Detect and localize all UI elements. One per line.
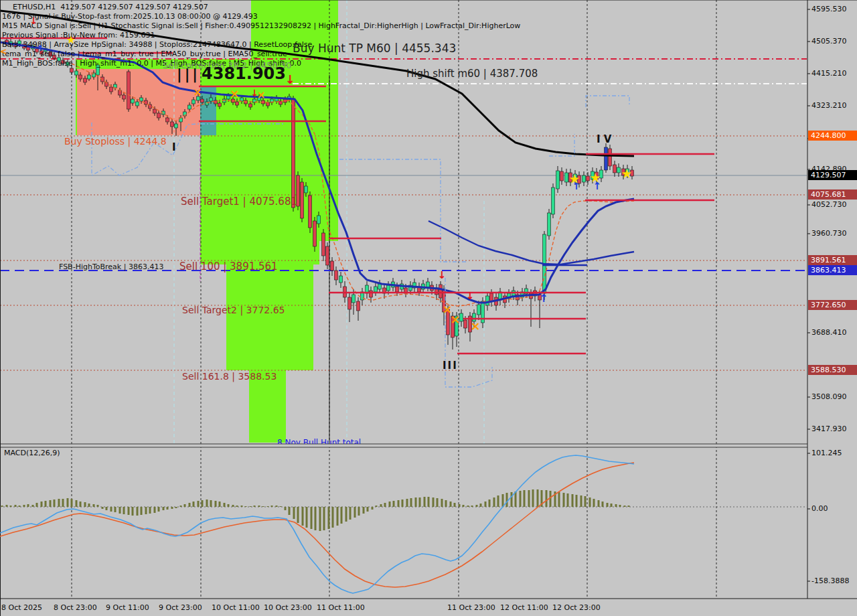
macd-hist-bar bbox=[437, 498, 439, 507]
candle bbox=[84, 78, 87, 82]
macd-hist-bar bbox=[267, 506, 269, 507]
macd-hist-bar bbox=[520, 491, 522, 507]
buy-hunt-tp-label: Buy Hunt TP M60 | 4455.343 bbox=[293, 43, 456, 55]
macd-hist-bar bbox=[585, 496, 587, 507]
candle bbox=[396, 287, 399, 292]
macd-hist-bar bbox=[215, 501, 217, 507]
zone-green bbox=[200, 135, 338, 241]
price-tick: 4052.730 bbox=[811, 200, 847, 209]
candle bbox=[582, 175, 586, 182]
macd-hist-bar bbox=[467, 506, 469, 507]
macd-hist-bar bbox=[167, 507, 169, 510]
price-badge: 3588.530 bbox=[808, 365, 857, 375]
time-label[interactable]: 12 Oct 23:00 bbox=[552, 603, 601, 612]
macd-hist-bar bbox=[433, 497, 435, 507]
candle bbox=[556, 171, 560, 189]
candle bbox=[292, 99, 295, 208]
candle bbox=[552, 187, 555, 214]
macd-hist-bar bbox=[419, 497, 421, 507]
macd-hist-bar bbox=[311, 507, 313, 529]
marker-down-arrow: ↓ bbox=[29, 16, 37, 25]
macd-hist-bar bbox=[441, 499, 443, 507]
macd-hist-bar bbox=[202, 500, 204, 507]
time-label[interactable]: 8 Oct 23:00 bbox=[54, 603, 97, 612]
macd-hist-bar bbox=[532, 489, 534, 507]
candle bbox=[110, 87, 113, 92]
macd-hist-bar bbox=[332, 507, 334, 528]
candle bbox=[486, 296, 489, 305]
time-label[interactable]: 8 Oct 2025 bbox=[1, 603, 42, 612]
macd-hist-bar bbox=[398, 500, 400, 507]
candle bbox=[166, 118, 169, 122]
time-label[interactable]: 10 Oct 23:00 bbox=[264, 603, 312, 612]
candle bbox=[201, 99, 204, 102]
marker-star: ★ bbox=[66, 35, 76, 46]
macd-hist-bar bbox=[376, 506, 378, 507]
macd-hist-bar bbox=[354, 507, 356, 518]
macd-hist-bar bbox=[276, 506, 278, 507]
macd-hist-bar bbox=[511, 492, 513, 507]
macd-hist-bar bbox=[428, 497, 430, 507]
macd-hist-bar bbox=[576, 495, 578, 507]
price-tick: 4595.530 bbox=[811, 5, 847, 13]
macd-hist-bar bbox=[358, 507, 360, 516]
macd-hist-bar bbox=[6, 505, 8, 507]
candle bbox=[387, 285, 390, 291]
candle bbox=[301, 182, 304, 218]
macd-scale-label: -158.3888 bbox=[811, 576, 849, 585]
macd-hist-bar bbox=[345, 507, 347, 522]
macd-hist-bar bbox=[258, 506, 260, 507]
macd-scale-label: 101.245 bbox=[811, 449, 842, 457]
time-label[interactable]: 11 Oct 23:00 bbox=[447, 603, 495, 612]
candle bbox=[613, 165, 617, 173]
time-label[interactable]: 12 Oct 11:00 bbox=[500, 603, 548, 612]
time-label[interactable]: 11 Oct 11:00 bbox=[317, 603, 365, 612]
macd-hist-bar bbox=[580, 495, 582, 507]
marker-i: I bbox=[172, 143, 176, 153]
price-badge: 4075.681 bbox=[808, 189, 857, 200]
marker-cross: × bbox=[450, 313, 460, 325]
macd-hist-bar bbox=[123, 507, 125, 514]
macd-hist-bar bbox=[328, 507, 330, 529]
macd-hist-bar bbox=[132, 507, 134, 516]
macd-hist-bar bbox=[163, 507, 165, 510]
partial-blue-note: 8 Nov Bull Hunt total bbox=[277, 439, 361, 444]
macd-hist-bar bbox=[36, 503, 38, 507]
macd-hist-bar bbox=[459, 504, 461, 507]
macd-hist-bar bbox=[611, 504, 613, 507]
macd-hist-bar bbox=[93, 504, 95, 507]
marker-down-arrow: ↓ bbox=[466, 291, 475, 301]
macd-hist-bar bbox=[550, 491, 552, 507]
macd-hist-bar bbox=[285, 507, 287, 510]
info-line-6: tema_m1_sell: false | tema_m1_buy: true … bbox=[2, 50, 287, 58]
macd-hist-bar bbox=[171, 507, 173, 509]
macd-hist-bar bbox=[145, 507, 147, 514]
macd-hist-bar bbox=[558, 492, 560, 507]
info-line-2: 1676 | Signal is Buy-Stop-fast from:2025… bbox=[2, 12, 258, 21]
marker-down-arrow: ↓ bbox=[438, 271, 447, 281]
macd-hist-bar bbox=[224, 503, 226, 507]
chart-canvas[interactable] bbox=[0, 0, 857, 616]
time-label[interactable]: 9 Oct 23:00 bbox=[159, 603, 202, 612]
macd-hist-bar bbox=[97, 505, 99, 507]
macd-hist-bar bbox=[567, 493, 569, 507]
time-label[interactable]: 9 Oct 11:00 bbox=[106, 603, 149, 612]
candle bbox=[331, 261, 334, 271]
candle bbox=[605, 147, 608, 170]
time-label[interactable]: 10 Oct 11:00 bbox=[212, 603, 260, 612]
mt4-chart-window: ETHUSD,H1 4129.507 4129.507 4129.507 412… bbox=[0, 0, 857, 616]
macd-hist-bar bbox=[593, 499, 595, 507]
sell-100-label: Sell 100 | 3891.561 bbox=[179, 262, 278, 273]
price-tick: 3960.730 bbox=[811, 229, 847, 238]
macd-hist-bar bbox=[337, 507, 339, 526]
macd-hist-bar bbox=[206, 499, 208, 507]
marker-cross: × bbox=[470, 320, 480, 332]
macd-hist-bar bbox=[141, 507, 143, 515]
candle bbox=[617, 167, 621, 173]
macd-hist-bar bbox=[615, 504, 617, 507]
macd-hist-bar bbox=[572, 494, 574, 507]
candle bbox=[370, 291, 373, 297]
macd-hist-bar bbox=[302, 507, 304, 526]
macd-hist-bar bbox=[589, 497, 591, 507]
symbol-ohlc-readout: ETHUSD,H1 4129.507 4129.507 4129.507 412… bbox=[13, 3, 208, 11]
